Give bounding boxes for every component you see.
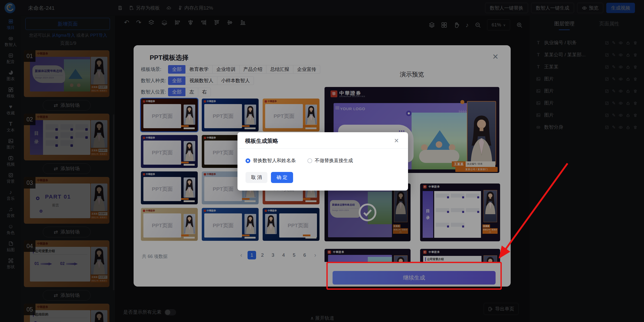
- strategy-modal: 模板生成策略 ✕ 替换数智人和姓名条不做替换直接生成 取 消 确 定: [237, 132, 408, 191]
- strategy-modal-title: 模板生成策略: [245, 137, 278, 145]
- strategy-buttons: 取 消 确 定: [246, 172, 293, 183]
- confirm-button[interactable]: 确 定: [271, 172, 293, 183]
- strategy-option-label: 不做替换直接生成: [315, 157, 353, 164]
- strategy-option-label: 替换数智人和姓名条: [253, 157, 296, 164]
- cancel-button[interactable]: 取 消: [246, 172, 267, 183]
- strategy-options: 替换数智人和姓名条不做替换直接生成: [246, 157, 353, 164]
- radio-unselected-icon[interactable]: [307, 158, 312, 163]
- app-root: 未命名-241 另存为模板 内存占用12% 数智人一键替换数智人一键生成预览生成…: [0, 0, 644, 322]
- strategy-option-0[interactable]: 替换数智人和姓名条: [246, 157, 296, 164]
- strategy-option-1[interactable]: 不做替换直接生成: [307, 157, 353, 164]
- radio-selected-icon[interactable]: [246, 158, 250, 163]
- strategy-modal-close-icon[interactable]: ✕: [394, 137, 399, 144]
